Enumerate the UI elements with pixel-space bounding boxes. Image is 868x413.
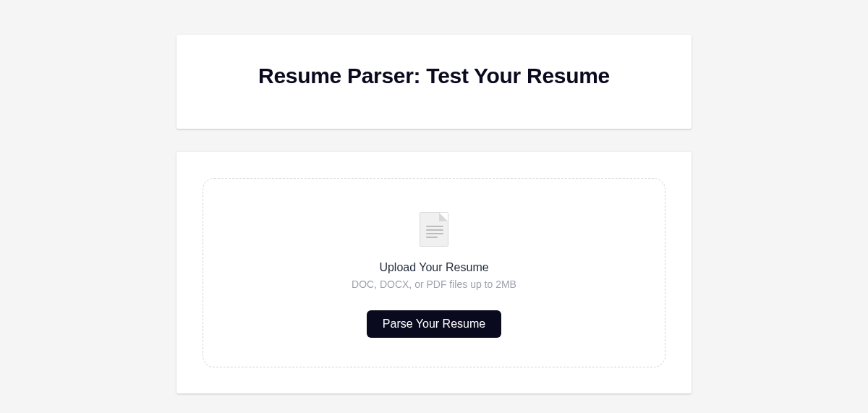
document-icon xyxy=(420,212,448,247)
parse-resume-button[interactable]: Parse Your Resume xyxy=(367,310,501,338)
upload-dropzone[interactable]: Upload Your Resume DOC, DOCX, or PDF fil… xyxy=(203,178,665,367)
page-title: Resume Parser: Test Your Resume xyxy=(194,64,674,88)
upload-title: Upload Your Resume xyxy=(221,261,647,274)
header-card: Resume Parser: Test Your Resume xyxy=(176,35,692,129)
upload-subtitle: DOC, DOCX, or PDF files up to 2MB xyxy=(221,278,647,290)
upload-card: Upload Your Resume DOC, DOCX, or PDF fil… xyxy=(176,152,692,393)
